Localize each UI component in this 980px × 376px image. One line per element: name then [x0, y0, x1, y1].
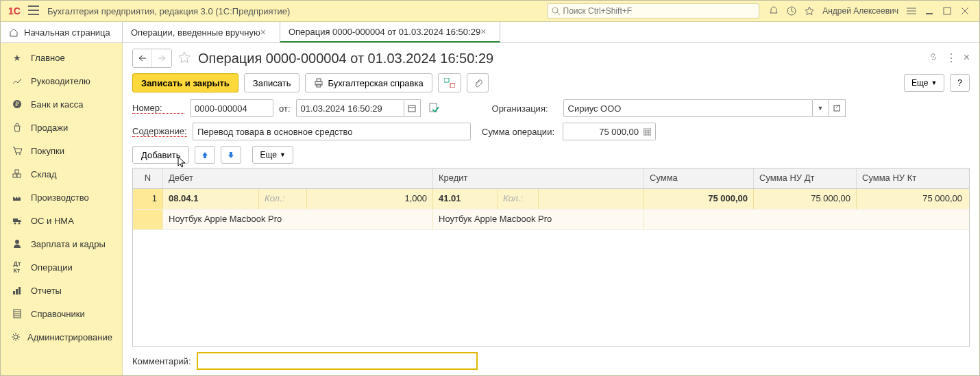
- sidebar-item-reports[interactable]: Отчеты: [1, 279, 122, 302]
- cell-debit-desc[interactable]: Ноутбук Apple Macbook Pro: [163, 210, 433, 229]
- sidebar-item-production[interactable]: Производство: [1, 186, 122, 209]
- sidebar-item-bank[interactable]: ₽Банк и касса: [1, 92, 122, 116]
- cell-credit-desc[interactable]: Ноутбук Apple Macbook Pro: [433, 210, 644, 229]
- sidebar-item-purchases[interactable]: Покупки: [1, 139, 122, 162]
- dtct-icon: [444, 78, 455, 88]
- sidebar-item-catalogs[interactable]: Справочники: [1, 302, 122, 325]
- cell-sum[interactable]: 75 000,00: [644, 189, 754, 209]
- settings-lines-icon[interactable]: [904, 3, 919, 18]
- bag-icon: [10, 123, 24, 132]
- chart-line-icon: [10, 76, 24, 86]
- number-input[interactable]: [190, 99, 273, 117]
- org-label: Организация:: [492, 103, 558, 114]
- favorite-star-icon[interactable]: [177, 51, 191, 66]
- sidebar-item-sales[interactable]: Продажи: [1, 116, 122, 139]
- cell-credit-qty[interactable]: [539, 189, 644, 209]
- comment-input[interactable]: [197, 352, 478, 370]
- chart-bar-icon: [10, 286, 24, 295]
- svg-rect-9: [15, 170, 19, 173]
- page-title: Операция 0000-000004 от 01.03.2024 16:50…: [198, 51, 928, 66]
- svg-point-18: [14, 335, 18, 339]
- cell-debit-account[interactable]: 08.04.1: [163, 189, 259, 209]
- maximize-icon[interactable]: [940, 3, 955, 18]
- date-input[interactable]: [296, 99, 404, 117]
- open-ref-icon[interactable]: [829, 99, 846, 117]
- sidebar-item-manager[interactable]: Руководителю: [1, 69, 122, 92]
- person-icon: [10, 239, 24, 249]
- svg-rect-23: [450, 84, 455, 88]
- app-logo: 1C: [6, 3, 23, 19]
- col-credit[interactable]: Кредит: [433, 168, 644, 188]
- svg-rect-7: [13, 174, 16, 177]
- attach-button[interactable]: [467, 73, 489, 92]
- col-n[interactable]: N: [133, 168, 163, 188]
- star-icon: ★: [10, 53, 24, 63]
- cell-debit-qty[interactable]: 1,000: [307, 189, 433, 209]
- print-button[interactable]: Бухгалтерская справка: [305, 73, 432, 92]
- cell-sum-kt[interactable]: 75 000,00: [857, 189, 969, 209]
- more-dots-icon[interactable]: ⋮: [946, 51, 957, 65]
- tab-close-icon[interactable]: ×: [260, 27, 266, 38]
- bell-icon[interactable]: [766, 3, 781, 18]
- menu-icon[interactable]: [28, 5, 39, 17]
- calculator-icon[interactable]: [639, 123, 655, 140]
- col-debit[interactable]: Дебет: [163, 168, 433, 188]
- star-icon[interactable]: [802, 3, 817, 18]
- close-panel-icon[interactable]: ×: [964, 51, 970, 65]
- calendar-icon[interactable]: [404, 99, 421, 117]
- table-row[interactable]: Ноутбук Apple Macbook Pro Ноутбук Apple …: [133, 210, 969, 230]
- sidebar-item-warehouse[interactable]: Склад: [1, 162, 122, 186]
- save-close-button[interactable]: Записать и закрыть: [132, 73, 238, 92]
- help-button[interactable]: ?: [950, 74, 970, 92]
- save-button[interactable]: Записать: [244, 73, 300, 92]
- from-label: от:: [279, 103, 291, 114]
- arrow-down-icon: [227, 151, 235, 159]
- titlebar: 1C Бухгалтерия предприятия, редакция 3.0…: [1, 1, 979, 22]
- forward-button[interactable]: [152, 49, 171, 67]
- gear-icon: [10, 332, 21, 342]
- more-button[interactable]: Еще ▼: [904, 74, 944, 92]
- sidebar-item-main[interactable]: ★Главное: [1, 46, 122, 69]
- sidebar-item-operations[interactable]: ДтКтОперации: [1, 255, 122, 279]
- sidebar-item-assets[interactable]: ОС и НМА: [1, 209, 122, 232]
- minimize-icon[interactable]: [922, 3, 937, 18]
- truck-icon: [10, 216, 24, 225]
- move-down-button[interactable]: [221, 146, 241, 164]
- search-input[interactable]: [563, 6, 755, 16]
- close-icon[interactable]: [957, 3, 972, 18]
- post-status-icon[interactable]: [429, 103, 440, 114]
- dropdown-icon[interactable]: ▼: [813, 99, 829, 117]
- tab-home[interactable]: Начальная страница: [1, 22, 123, 42]
- org-input[interactable]: [563, 99, 813, 117]
- cell-credit-account[interactable]: 41.01: [433, 189, 498, 209]
- move-up-button[interactable]: [195, 146, 215, 164]
- dtct-button[interactable]: [438, 73, 461, 92]
- dtct-icon: ДтКт: [10, 260, 24, 274]
- entries-table: N Дебет Кредит Сумма Сумма НУ Дт Сумма Н…: [132, 168, 970, 347]
- tab-close-icon[interactable]: ×: [480, 26, 486, 37]
- cell-sum-dt[interactable]: 75 000,00: [754, 189, 857, 209]
- link-icon[interactable]: [928, 51, 939, 65]
- add-row-button[interactable]: Добавить: [132, 146, 189, 164]
- col-sum-kt[interactable]: Сумма НУ Кт: [857, 168, 969, 188]
- tab-home-label: Начальная страница: [24, 27, 110, 38]
- main-area: Операция 0000-000004 от 01.03.2024 16:50…: [123, 43, 979, 375]
- user-name[interactable]: Андрей Алексеевич: [822, 6, 898, 16]
- col-sum[interactable]: Сумма: [644, 168, 754, 188]
- home-icon: [9, 27, 19, 37]
- history-icon[interactable]: [784, 3, 799, 18]
- global-search[interactable]: [547, 3, 759, 18]
- col-sum-dt[interactable]: Сумма НУ Дт: [754, 168, 857, 188]
- table-more-button[interactable]: Еще ▼: [252, 146, 293, 164]
- back-button[interactable]: [133, 49, 152, 67]
- sidebar-item-salary[interactable]: Зарплата и кадры: [1, 232, 122, 255]
- sidebar-item-admin[interactable]: Администрирование: [1, 325, 122, 349]
- tab-operations-list[interactable]: Операции, введенные вручную ×: [123, 22, 280, 42]
- table-row[interactable]: 1 08.04.1 Кол.: 1,000 41.01 Кол.: 75 000…: [133, 189, 969, 210]
- svg-rect-2: [944, 8, 951, 14]
- svg-rect-15: [16, 289, 18, 294]
- svg-rect-10: [13, 218, 18, 222]
- tab-operation-doc[interactable]: Операция 0000-000004 от 01.03.2024 16:50…: [280, 22, 500, 42]
- content-input[interactable]: [193, 123, 471, 140]
- factory-icon: [10, 192, 24, 202]
